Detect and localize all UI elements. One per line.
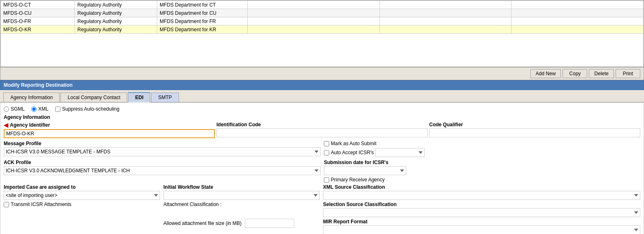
cell-c5 xyxy=(379,25,511,34)
ack-profile-select[interactable]: ICH-ICSR V3.0 ACKNOWLEDGMENT TEMPLATE - … xyxy=(4,166,321,175)
cell-c4 xyxy=(248,17,380,25)
message-profile-field: Message Profile ICH-ICSR V3.0 MESSAGE TE… xyxy=(4,141,321,158)
required-icon: ◀ xyxy=(4,122,8,128)
suppress-label: Suppress Auto-scheduling xyxy=(62,106,119,112)
transmit-icsr-field: Transmit ICSR Attachments xyxy=(4,202,160,217)
allowed-file-size-input[interactable] xyxy=(245,219,294,228)
cell-c5 xyxy=(379,1,511,9)
suppress-checkbox-row[interactable]: Suppress Auto-scheduling xyxy=(55,106,119,112)
transmit-icsr-label: Transmit ICSR Attachments xyxy=(11,202,72,207)
message-profile-section: Message Profile ICH-ICSR V3.0 MESSAGE TE… xyxy=(4,141,640,158)
mark-auto-submit-row[interactable]: Mark as Auto Submit xyxy=(324,141,640,146)
allowed-file-size-field: Allowed attachment file size (in MB) xyxy=(163,219,320,234)
tab-smtp[interactable]: SMTP xyxy=(151,93,179,102)
submission-date-field: Submission date for ICSR's xyxy=(324,160,640,175)
cell-type: Regulatory Authority xyxy=(75,25,157,34)
imported-case-select[interactable]: <site of importing user> xyxy=(4,191,160,200)
auto-accept-row: Auto Accept ICSR's xyxy=(324,148,640,157)
cell-id: MFDS-O-KR xyxy=(1,25,75,34)
format-radio-row: SGML XML Suppress Auto-scheduling xyxy=(4,106,640,112)
cell-type: Regulatory Authority xyxy=(75,17,157,25)
attachment-class-field: Attachment Classification : xyxy=(163,202,320,217)
cell-c4 xyxy=(248,9,380,17)
auto-accept-checkbox[interactable] xyxy=(324,150,329,155)
tab-agency-information[interactable]: Agency Information xyxy=(3,93,60,102)
agency-identifier-row: ◀ Agency Identifier Identification Code … xyxy=(4,122,640,138)
allowed-file-size-label: Allowed attachment file size (in MB) xyxy=(163,220,242,226)
sgml-radio-item[interactable]: SGML xyxy=(4,106,25,112)
imported-case-row: Imported Case are assigned to <site of i… xyxy=(4,184,640,200)
identification-code-input[interactable] xyxy=(216,128,428,137)
sgml-label: SGML xyxy=(11,106,25,112)
data-table: MFDS-O-CT Regulatory Authority MFDS Depa… xyxy=(0,0,644,34)
selection-source-label: Selection Source Classification xyxy=(323,202,640,207)
cell-c6 xyxy=(511,1,644,9)
agency-identifier-input[interactable] xyxy=(4,129,215,138)
message-profile-row: ICH-ICSR V3.0 MESSAGE TEMPLATE - MFDS xyxy=(4,147,321,156)
initial-workflow-field: Initial Workflow State xyxy=(163,184,320,200)
submission-date-select[interactable] xyxy=(324,166,406,175)
message-profile-select[interactable]: ICH-ICSR V3.0 MESSAGE TEMPLATE - MFDS xyxy=(4,147,321,156)
cell-type: Regulatory Authority xyxy=(75,9,157,17)
mark-auto-submit-label: Mark as Auto Submit xyxy=(331,141,377,146)
mark-auto-submit-checkbox[interactable] xyxy=(324,141,329,146)
selection-source-select[interactable] xyxy=(323,208,640,217)
copy-button[interactable]: Copy xyxy=(563,69,587,78)
auto-accept-label: Auto Accept ICSR's xyxy=(331,150,374,155)
cell-type: Regulatory Authority xyxy=(75,1,157,9)
cell-id: MFDS-O-CU xyxy=(1,9,75,17)
table-row-fr[interactable]: MFDS-O-FR Regulatory Authority MFDS Depa… xyxy=(1,17,644,25)
tab-bar: Agency Information Local Company Contact… xyxy=(0,90,644,102)
form-area: SGML XML Suppress Auto-scheduling Agency… xyxy=(0,102,644,234)
primary-receive-label: Primary Receive Agency xyxy=(331,177,385,183)
cell-c6 xyxy=(511,25,644,34)
mir-report-select[interactable] xyxy=(323,225,640,234)
selection-source-field: Selection Source Classification xyxy=(323,202,640,217)
code-qualifier-label: Code Qualifier xyxy=(429,122,640,127)
section-header: Modify Reporting Destination xyxy=(0,80,644,90)
auto-accept-select[interactable] xyxy=(375,148,425,157)
cell-dept: MFDS Department for KR xyxy=(157,25,248,34)
table-row-kr[interactable]: MFDS-O-KR Regulatory Authority MFDS Depa… xyxy=(1,25,644,34)
primary-receive-checkbox[interactable] xyxy=(324,177,329,183)
identification-code-label: Identification Code xyxy=(216,122,428,127)
cell-c6 xyxy=(511,9,644,17)
xml-source-select[interactable] xyxy=(323,191,640,200)
delete-button[interactable]: Delete xyxy=(589,69,614,78)
add-new-button[interactable]: Add New xyxy=(530,69,561,78)
cell-c6 xyxy=(511,17,644,25)
toolbar: Add New Copy Delete Print xyxy=(0,67,644,80)
sgml-radio[interactable] xyxy=(4,107,9,112)
print-button[interactable]: Print xyxy=(616,69,640,78)
xml-radio[interactable] xyxy=(31,107,37,112)
xml-label: XML xyxy=(38,106,49,112)
right-options: Mark as Auto Submit Auto Accept ICSR's xyxy=(324,141,640,158)
agency-info-section-label: Agency Information xyxy=(4,114,640,120)
spacer-left xyxy=(4,219,160,234)
cell-dept: MFDS Department for FR xyxy=(157,17,248,25)
cell-c5 xyxy=(379,9,511,17)
transmit-icsr-checkbox-row[interactable]: Transmit ICSR Attachments xyxy=(4,202,72,207)
agency-identifier-field: ◀ Agency Identifier xyxy=(4,122,215,138)
message-profile-label: Message Profile xyxy=(4,141,321,146)
mir-report-label: MIR Report Format xyxy=(323,219,640,225)
initial-workflow-select[interactable] xyxy=(163,191,320,200)
suppress-checkbox[interactable] xyxy=(55,107,60,112)
file-size-row: Allowed attachment file size (in MB) MIR… xyxy=(4,219,640,234)
submission-date-label: Submission date for ICSR's xyxy=(324,160,640,165)
code-qualifier-input[interactable] xyxy=(429,128,640,137)
xml-radio-item[interactable]: XML xyxy=(31,106,49,112)
identification-code-field: Identification Code xyxy=(216,122,428,138)
ack-row: ICH-ICSR V3.0 ACKNOWLEDGMENT TEMPLATE - … xyxy=(4,166,321,175)
tab-local-company-contact[interactable]: Local Company Contact xyxy=(60,93,127,102)
table-row-cu[interactable]: MFDS-O-CU Regulatory Authority MFDS Depa… xyxy=(1,9,644,17)
transmit-icsr-checkbox[interactable] xyxy=(4,202,9,207)
tab-edi[interactable]: EDI xyxy=(128,92,150,102)
ack-profile-label: ACK Profile xyxy=(4,160,321,165)
imported-case-label: Imported Case are assigned to xyxy=(4,184,160,190)
allowed-size-row: Allowed attachment file size (in MB) xyxy=(163,219,320,228)
table-row-ct[interactable]: MFDS-O-CT Regulatory Authority MFDS Depa… xyxy=(1,1,644,9)
attachment-class-label: Attachment Classification : xyxy=(163,202,221,207)
ack-right: Submission date for ICSR's Primary Recei… xyxy=(324,160,640,183)
primary-receive-row[interactable]: Primary Receive Agency xyxy=(324,177,640,183)
